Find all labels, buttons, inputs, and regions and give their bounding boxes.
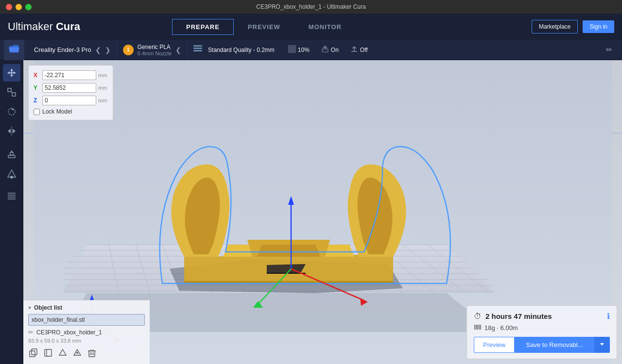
x-axis-label: X <box>34 72 40 79</box>
object-model-name: CE3PRO_xbox_holder_1 <box>36 329 102 336</box>
x-value-input[interactable] <box>42 70 96 80</box>
viewport[interactable]: X mm Y mm Z mm Lock Model ▾ <box>23 60 622 364</box>
print-time-row: ⏱ 2 hours 47 minutes ℹ <box>474 312 610 321</box>
printer-chevron-right[interactable]: ❯ <box>105 46 111 54</box>
pencil-icon: ✏ <box>28 329 34 336</box>
print-material-weight: 18g · 6.00m <box>484 324 518 331</box>
duplicate-button[interactable] <box>28 347 39 360</box>
printer-chevron-left[interactable]: ❮ <box>95 46 101 54</box>
scale-tool-button[interactable] <box>3 83 20 101</box>
title-bar: CE3PRO_xbox_holder_1 - Ultimaker Cura <box>0 0 622 14</box>
tab-prepare[interactable]: PREPARE <box>172 19 234 35</box>
svg-line-49 <box>136 245 150 293</box>
svg-line-73 <box>291 269 364 300</box>
left-toolbar <box>0 60 23 364</box>
main-area: X mm Y mm Z mm Lock Model ▾ <box>0 60 622 364</box>
svg-rect-19 <box>8 88 11 92</box>
delete-object-button[interactable] <box>86 347 97 360</box>
rotate-tool-button[interactable] <box>3 103 20 120</box>
save-button[interactable]: Save to Removabl... <box>515 337 594 353</box>
support-mesh-button[interactable] <box>72 347 83 360</box>
svg-rect-1 <box>193 48 202 49</box>
seam-tool-button[interactable] <box>3 165 20 182</box>
svg-line-58 <box>376 245 434 293</box>
svg-line-21 <box>11 92 12 93</box>
save-dropdown-button[interactable] <box>594 337 610 353</box>
header: Ultimaker Cura PREPARE PREVIEW MONITOR M… <box>0 14 622 40</box>
tab-preview[interactable]: PREVIEW <box>234 19 294 35</box>
adhesion-icon <box>350 45 358 55</box>
preview-button[interactable]: Preview <box>474 337 515 353</box>
layer-view-button[interactable] <box>3 186 20 204</box>
header-right: Marketplace Sign in <box>532 20 614 33</box>
material-badge: 1 <box>123 45 134 55</box>
open-folder-button[interactable] <box>4 40 24 60</box>
logo-cura-text: Cura <box>56 20 80 33</box>
svg-rect-0 <box>193 45 202 47</box>
marketplace-button[interactable]: Marketplace <box>532 20 578 33</box>
svg-line-51 <box>189 245 213 293</box>
svg-marker-72 <box>253 301 263 308</box>
window-title: CE3PRO_xbox_holder_1 - Ultimaker Cura <box>256 3 365 10</box>
lock-model-checkbox[interactable] <box>34 109 40 115</box>
svg-marker-65 <box>247 240 330 257</box>
signin-button[interactable]: Sign in <box>583 20 614 33</box>
svg-marker-38 <box>63 245 495 293</box>
svg-rect-81 <box>30 351 35 357</box>
weight-value: 18g <box>484 324 495 331</box>
svg-line-50 <box>162 245 182 293</box>
filament-icon <box>474 324 482 332</box>
logo: Ultimaker Cura <box>8 20 80 33</box>
mirror-tool-button[interactable] <box>3 122 20 140</box>
close-button[interactable] <box>6 4 12 10</box>
maximize-button[interactable] <box>25 4 32 10</box>
transform-y-row: Y mm <box>34 83 108 93</box>
object-list-header[interactable]: ▾ Object list <box>28 304 145 311</box>
lock-model-label: Lock Model <box>42 108 72 115</box>
svg-rect-10 <box>322 49 328 52</box>
y-value-input[interactable] <box>42 83 96 93</box>
svg-point-22 <box>8 108 15 115</box>
svg-line-48 <box>109 245 119 293</box>
svg-marker-70 <box>288 196 294 205</box>
minimize-button[interactable] <box>16 4 22 10</box>
support-tool-button[interactable] <box>3 146 20 163</box>
svg-marker-63 <box>184 281 393 283</box>
svg-marker-25 <box>13 129 16 133</box>
quality-label: Standard Quality - 0.2mm <box>208 47 275 53</box>
svg-marker-62 <box>184 254 393 283</box>
svg-line-52 <box>216 245 245 293</box>
infill-section: 10% <box>288 45 310 55</box>
object-dimensions: 93.9 x 59.0 x 33.8 mm <box>28 338 145 344</box>
support-section: On <box>321 45 339 55</box>
svg-rect-2 <box>193 50 202 51</box>
toolbar-row: Creality Ender-3 Pro ❮ ❯ 1 Generic PLA 0… <box>0 40 622 60</box>
object-tools-row <box>28 347 145 360</box>
quality-icon <box>193 45 202 55</box>
folder-icon <box>9 45 19 55</box>
move-tool-button[interactable] <box>3 64 20 82</box>
svg-marker-18 <box>7 68 16 77</box>
svg-line-53 <box>242 245 276 293</box>
print-material-row: 18g · 6.00m <box>474 324 610 332</box>
svg-marker-85 <box>59 349 66 355</box>
material-chevron[interactable]: ❮ <box>175 46 181 54</box>
material-info: Generic PLA 0.4mm Nozzle <box>138 44 172 56</box>
support-blocker-button[interactable] <box>57 347 68 360</box>
print-time-text: 2 hours 47 minutes <box>485 312 607 320</box>
transform-z-row: Z mm <box>34 96 108 105</box>
per-model-settings-button[interactable] <box>43 347 53 360</box>
tab-monitor[interactable]: MONITOR <box>294 19 356 35</box>
settings-icon-button[interactable]: ✏ <box>606 45 612 54</box>
svg-marker-74 <box>360 298 368 306</box>
material-name: Generic PLA <box>138 44 172 50</box>
material-nozzle: 0.4mm Nozzle <box>138 50 172 56</box>
quality-section: Standard Quality - 0.2mm 10% <box>188 40 618 60</box>
print-buttons-row: Preview Save to Removabl... <box>474 337 610 353</box>
z-value-input[interactable] <box>42 96 96 105</box>
clock-icon: ⏱ <box>474 312 482 321</box>
info-icon[interactable]: ℹ <box>607 312 610 321</box>
printer-section: Creality Ender-3 Pro ❮ ❯ <box>28 40 117 60</box>
object-file-name-input[interactable] <box>28 314 145 326</box>
z-unit: mm <box>98 98 108 103</box>
